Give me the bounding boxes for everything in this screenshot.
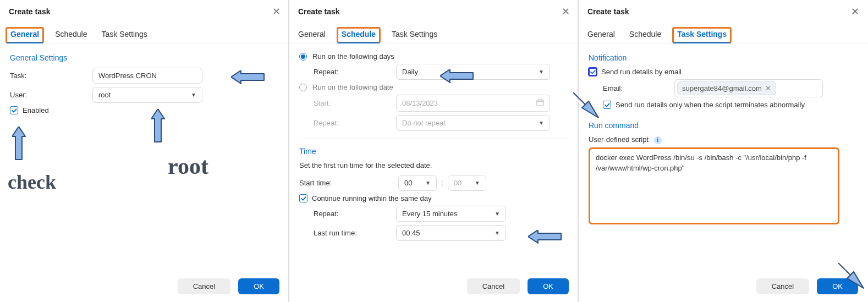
start-min-select[interactable]: 00▼ bbox=[448, 175, 486, 191]
chevron-down-icon: ▼ bbox=[539, 120, 544, 126]
cancel-button[interactable]: Cancel bbox=[178, 278, 230, 294]
cancel-button[interactable]: Cancel bbox=[467, 278, 520, 294]
ok-button[interactable]: OK bbox=[817, 278, 858, 294]
cont-repeat-select[interactable]: Every 15 minutes ▼ bbox=[396, 206, 506, 222]
email-chip: supergate84@gmail.com ✕ bbox=[677, 81, 776, 95]
chevron-down-icon: ▼ bbox=[191, 92, 196, 98]
last-run-label: Last run time: bbox=[314, 229, 396, 237]
radio-run-date[interactable] bbox=[299, 84, 307, 91]
repeat-value: Daily bbox=[402, 68, 418, 76]
task-label: Task: bbox=[10, 72, 92, 80]
close-icon[interactable]: ✕ bbox=[851, 7, 859, 17]
send-email-label: Send run details by email bbox=[601, 68, 682, 76]
date-repeat-value: Do not repeat bbox=[402, 119, 446, 127]
section-general-settings: General Settings bbox=[10, 53, 279, 62]
tab-task-settings[interactable]: Task Settings bbox=[391, 26, 438, 43]
chevron-down-icon: ▼ bbox=[475, 180, 480, 186]
repeat-label: Repeat: bbox=[314, 68, 396, 76]
ok-button[interactable]: OK bbox=[528, 278, 569, 294]
enabled-checkbox[interactable] bbox=[10, 106, 18, 114]
abnormal-label: Send run details only when the script te… bbox=[616, 101, 805, 109]
cont-repeat-label: Repeat: bbox=[314, 210, 396, 218]
user-select[interactable]: root ▼ bbox=[92, 87, 202, 103]
user-label: User: bbox=[10, 91, 92, 99]
email-chip-text: supergate84@gmail.com bbox=[682, 84, 762, 92]
tabs: General Schedule Task Settings bbox=[0, 22, 289, 43]
radio-run-days[interactable] bbox=[299, 53, 307, 61]
ok-button[interactable]: OK bbox=[238, 278, 279, 294]
tab-schedule[interactable]: Schedule bbox=[54, 26, 88, 43]
dialog-title: Create task bbox=[298, 7, 340, 16]
svg-rect-0 bbox=[537, 100, 543, 106]
start-hour-value: 00 bbox=[404, 179, 412, 187]
chip-remove-icon[interactable]: ✕ bbox=[765, 84, 771, 92]
repeat-select[interactable]: Daily ▼ bbox=[396, 64, 550, 80]
start-min-value: 00 bbox=[454, 179, 462, 187]
email-input-wrap[interactable]: supergate84@gmail.com ✕ bbox=[674, 79, 823, 97]
user-select-value: root bbox=[98, 91, 111, 99]
title-bar: Create task ✕ bbox=[0, 0, 289, 22]
send-email-checkbox[interactable] bbox=[589, 68, 597, 76]
last-run-select[interactable]: 00:45 ▼ bbox=[396, 225, 506, 241]
script-label: User-defined script bbox=[589, 135, 649, 144]
chevron-down-icon: ▼ bbox=[495, 211, 500, 217]
start-time-label: Start time: bbox=[299, 179, 398, 187]
email-label: Email: bbox=[603, 84, 674, 92]
chevron-down-icon: ▼ bbox=[539, 69, 544, 75]
cancel-button[interactable]: Cancel bbox=[756, 278, 809, 294]
tab-general[interactable]: General bbox=[297, 26, 327, 43]
tab-general[interactable]: General bbox=[586, 26, 616, 43]
continue-label: Continue running within the same day bbox=[312, 194, 432, 202]
dialog-create-task-general: Create task ✕ General Schedule Task Sett… bbox=[0, 0, 289, 302]
section-run-command: Run command bbox=[589, 121, 858, 130]
date-repeat-select[interactable]: Do not repeat ▼ bbox=[396, 115, 550, 131]
info-icon[interactable]: i bbox=[654, 136, 662, 144]
title-bar: Create task ✕ bbox=[289, 0, 579, 22]
dialog-create-task-settings: Create task ✕ General Schedule Task Sett… bbox=[579, 0, 868, 302]
start-label: Start: bbox=[314, 99, 396, 107]
dialog-create-task-schedule: Create task ✕ General Schedule Task Sett… bbox=[289, 0, 579, 302]
dialog-title: Create task bbox=[587, 7, 629, 16]
tabs: General Schedule Task Settings bbox=[289, 22, 579, 43]
section-time: Time bbox=[299, 147, 569, 156]
script-textarea[interactable] bbox=[589, 147, 839, 224]
run-days-label: Run on the following days bbox=[312, 52, 394, 61]
task-input[interactable] bbox=[92, 68, 202, 84]
tabs: General Schedule Task Settings bbox=[579, 22, 868, 43]
enabled-label: Enabled bbox=[23, 106, 49, 114]
start-date-value: 08/13/2023 bbox=[402, 99, 438, 107]
tab-schedule[interactable]: Schedule bbox=[628, 26, 662, 43]
title-bar: Create task ✕ bbox=[579, 0, 868, 22]
run-date-label: Run on the following date bbox=[312, 83, 393, 91]
tab-general[interactable]: General bbox=[8, 26, 42, 43]
tab-task-settings[interactable]: Task Settings bbox=[101, 26, 149, 43]
continue-checkbox[interactable] bbox=[299, 194, 307, 202]
dialog-title: Create task bbox=[9, 7, 51, 16]
date-repeat-label: Repeat: bbox=[314, 119, 396, 127]
abnormal-checkbox[interactable] bbox=[603, 101, 611, 109]
time-hint: Set the first run time for the selected … bbox=[299, 161, 569, 169]
last-run-value: 00:45 bbox=[402, 229, 420, 237]
close-icon[interactable]: ✕ bbox=[562, 7, 570, 17]
chevron-down-icon: ▼ bbox=[425, 180, 431, 186]
tab-task-settings[interactable]: Task Settings bbox=[674, 26, 729, 43]
close-icon[interactable]: ✕ bbox=[272, 7, 281, 17]
start-hour-select[interactable]: 00▼ bbox=[398, 175, 437, 191]
section-notification: Notification bbox=[589, 53, 858, 62]
calendar-icon bbox=[536, 98, 544, 108]
chevron-down-icon: ▼ bbox=[495, 230, 500, 236]
tab-schedule[interactable]: Schedule bbox=[339, 26, 378, 43]
cont-repeat-value: Every 15 minutes bbox=[402, 210, 457, 218]
start-date-input[interactable]: 08/13/2023 bbox=[396, 95, 550, 112]
